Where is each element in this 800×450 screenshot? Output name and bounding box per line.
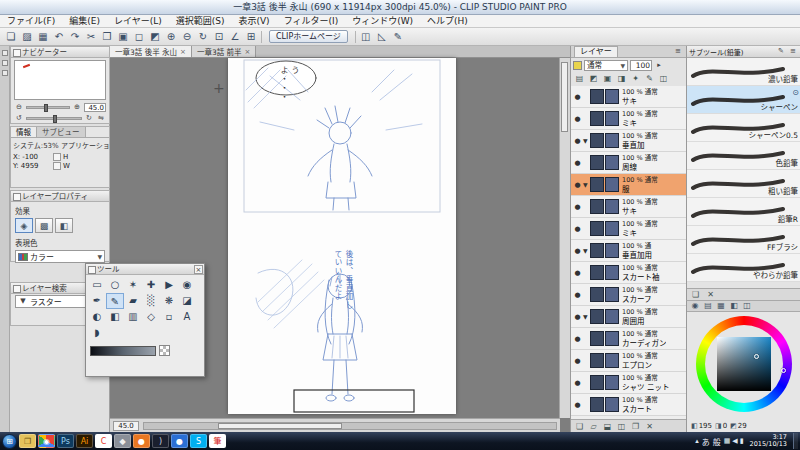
layer-visibility-icon[interactable]: ● xyxy=(572,269,583,277)
effect-layer-color-icon[interactable]: ◧ xyxy=(55,218,73,233)
layer-visibility-icon[interactable]: ● xyxy=(572,357,583,365)
figure-tool-icon[interactable]: ◇ xyxy=(142,309,160,325)
illustrator-icon[interactable]: Ai xyxy=(76,434,93,448)
transparent-color-swatch[interactable] xyxy=(159,345,170,356)
layer-visibility-icon[interactable]: ● xyxy=(572,115,583,123)
layers-panel-tab[interactable]: レイヤー xyxy=(574,46,618,57)
snap-ruler-icon[interactable]: ∠ xyxy=(227,29,243,44)
balloon-tool-icon[interactable]: ◗ xyxy=(88,325,106,341)
subtool-item[interactable]: ⊙ やわらか鉛筆 xyxy=(687,254,800,282)
subtool-item[interactable]: ⊙ シャーペン0.5 xyxy=(687,114,800,142)
new-file-icon[interactable]: ❏ xyxy=(3,29,19,44)
info-panel-tab[interactable]: 情報 xyxy=(11,127,37,137)
clip-studio-icon[interactable]: C xyxy=(95,434,112,448)
rotate-slider[interactable] xyxy=(26,117,82,120)
pen-settings-icon[interactable]: ✎ xyxy=(390,29,406,44)
effect-border-icon[interactable]: ◈ xyxy=(15,218,33,233)
horizontal-scrollbar-thumb[interactable] xyxy=(218,423,342,429)
merge-down-icon[interactable]: ⬓ xyxy=(601,421,614,432)
layer-row[interactable]: ● ▼ 100 % 通常 スカート xyxy=(571,394,687,416)
layer-palette-color-icon[interactable]: ▤ xyxy=(573,73,586,84)
rotate-slider-knob[interactable] xyxy=(53,115,57,123)
lock-layer-icon[interactable]: ◩ xyxy=(587,73,600,84)
document-tab[interactable]: 一章3話 後半 永山 × xyxy=(110,46,192,57)
subtool-item[interactable]: ⊙ 色鉛筆 xyxy=(687,142,800,170)
zoom-in-icon[interactable]: ⊕ xyxy=(72,103,82,112)
layer-visibility-icon[interactable]: ● xyxy=(572,137,583,145)
app-icon[interactable]: ) xyxy=(152,434,169,448)
menu-item[interactable]: 表示(V) xyxy=(231,15,276,28)
blend-tool-icon[interactable]: ◐ xyxy=(88,309,106,325)
layer-visibility-icon[interactable]: ● xyxy=(572,93,583,101)
ime-pad-icon[interactable]: 筆 xyxy=(209,434,226,448)
layer-visibility-icon[interactable]: ● xyxy=(572,203,583,211)
eraser-tool-icon[interactable]: ◪ xyxy=(178,293,196,309)
chrome-icon[interactable]: ◉ xyxy=(38,434,55,448)
layer-row[interactable]: ● ▼ 100 % 通常 サキ xyxy=(571,86,687,108)
layer-visibility-icon[interactable]: ● xyxy=(572,313,583,321)
taskbar-clock[interactable]: 3:17 2015/10/13 xyxy=(747,434,790,448)
panel-menu-icon[interactable]: ≡ xyxy=(673,47,683,56)
copy-icon[interactable]: ❐ xyxy=(99,29,115,44)
layer-visibility-icon[interactable]: ● xyxy=(572,335,583,343)
pen-tool-icon[interactable]: ✒ xyxy=(88,293,106,309)
duplicate-layer-icon[interactable]: ❐ xyxy=(629,421,642,432)
skype-icon[interactable]: S xyxy=(190,434,207,448)
deselect-icon[interactable]: ◻ xyxy=(131,29,147,44)
layer-row[interactable]: ● ▼ 100 % 通常 エプロン xyxy=(571,350,687,372)
vertical-scrollbar[interactable] xyxy=(559,58,570,418)
layer-row[interactable]: ● ▼ 100 % 通常 サキ xyxy=(571,196,687,218)
layer-visibility-icon[interactable]: ● xyxy=(572,379,583,387)
layer-row[interactable]: ● ▼ 100 % 通常 服 xyxy=(571,174,687,196)
saturation-value-square[interactable] xyxy=(717,337,771,391)
gradient-tool-icon[interactable]: ▥ xyxy=(124,309,142,325)
folder-expand-icon[interactable]: ▼ xyxy=(583,137,590,144)
horizontal-scrollbar[interactable] xyxy=(143,422,557,430)
menu-item[interactable]: ウィンドウ(W) xyxy=(345,15,420,28)
sv-indicator[interactable] xyxy=(754,354,759,359)
color-set-tab-icon[interactable]: ▦ xyxy=(715,301,727,311)
layer-visibility-icon[interactable]: ● xyxy=(572,181,583,189)
eyedropper-tool-icon[interactable]: ◉ xyxy=(178,277,196,293)
vertical-scrollbar-thumb[interactable] xyxy=(561,62,568,132)
flip-horizontal-icon[interactable]: ⇋ xyxy=(96,114,106,123)
paste-icon[interactable]: ▣ xyxy=(115,29,131,44)
panel-tab-icon[interactable] xyxy=(2,60,8,66)
opacity-slider-icon[interactable]: ▸ xyxy=(654,61,664,70)
layer-row[interactable]: ● ▼ 100 % 通常 カーディガン xyxy=(571,328,687,350)
info-panel-tab[interactable]: サブビュー xyxy=(37,127,86,137)
effect-tone-icon[interactable]: ▩ xyxy=(35,218,53,233)
keyboard-icon[interactable]: ▦ xyxy=(724,437,731,445)
zoom-in-icon[interactable]: ⊕ xyxy=(163,29,179,44)
zoom-out-icon[interactable]: ⊖ xyxy=(14,103,24,112)
tray-expand-icon[interactable]: ▴ xyxy=(695,437,699,445)
volume-icon[interactable]: ◀ xyxy=(732,437,737,445)
material-panel-icon[interactable]: ◫ xyxy=(358,29,374,44)
layer-row[interactable]: ● ▼ 100 % 通常 ミキ xyxy=(571,218,687,240)
magic-wand-tool-icon[interactable]: ✶ xyxy=(124,277,142,293)
menu-item[interactable]: ファイル(F) xyxy=(0,15,62,28)
zoom-slider-knob[interactable] xyxy=(44,104,48,112)
save-icon[interactable]: ▦ xyxy=(35,29,51,44)
cut-icon[interactable]: ✂ xyxy=(83,29,99,44)
photoshop-icon[interactable]: Ps xyxy=(57,434,74,448)
ime-mode-general[interactable]: 般 xyxy=(713,436,721,447)
close-tab-icon[interactable]: × xyxy=(180,48,186,56)
layer-row[interactable]: ● ▼ 100 % 通常 垂直加 xyxy=(571,130,687,152)
layer-row[interactable]: ● ▼ 100 % 通常 周線 xyxy=(571,152,687,174)
subtool-item[interactable]: ⊙ 濃い鉛筆 xyxy=(687,58,800,86)
menu-item[interactable]: フィルター(I) xyxy=(277,15,346,28)
invert-selection-icon[interactable]: ◩ xyxy=(147,29,163,44)
text-tool-icon[interactable]: A xyxy=(178,309,196,325)
move-tool-icon[interactable]: ✚ xyxy=(142,277,160,293)
approx-color-tab-icon[interactable]: ◧ xyxy=(728,301,740,311)
transfer-icon[interactable]: ◫ xyxy=(615,421,628,432)
layer-visibility-icon[interactable]: ● xyxy=(572,247,583,255)
rotate-right-icon[interactable]: ↻ xyxy=(84,114,94,123)
color-wheel-tab-icon[interactable]: ◉ xyxy=(689,301,701,311)
panel-tab-icon[interactable] xyxy=(2,50,8,56)
h-checkbox[interactable] xyxy=(53,153,61,161)
panel-tab-icon[interactable] xyxy=(2,70,8,76)
enable-mask-icon[interactable]: ◫ xyxy=(657,73,670,84)
close-icon[interactable]: × xyxy=(194,265,203,274)
